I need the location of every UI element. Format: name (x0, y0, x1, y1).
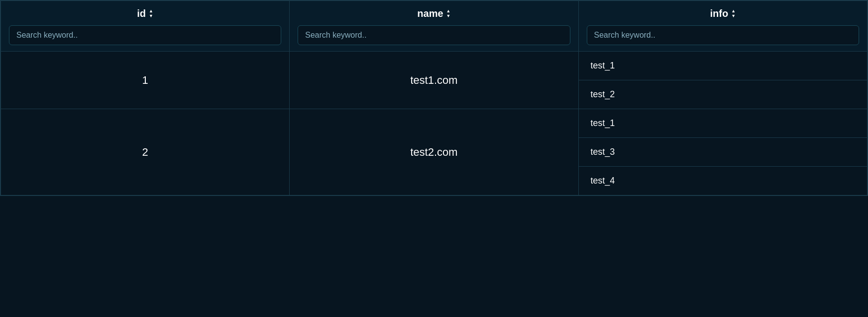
data-table: id name (0, 0, 868, 196)
row-1-info-item-0: test_1 (579, 109, 867, 138)
row-0-info: test_1test_2 (578, 52, 867, 109)
column-header-id[interactable]: id (1, 1, 290, 52)
name-column-label: name (417, 8, 443, 19)
row-1-name: test2.com (290, 109, 578, 195)
name-search-input[interactable] (298, 25, 570, 45)
id-sort-icon[interactable] (149, 9, 153, 18)
info-column-label: info (710, 8, 728, 19)
info-sort-icon[interactable] (731, 9, 736, 18)
row-1-info: test_1test_3test_4 (578, 109, 867, 195)
row-0-name: test1.com (290, 52, 578, 109)
row-1-id: 2 (1, 109, 290, 195)
info-search-input[interactable] (587, 25, 859, 45)
row-1-info-item-1: test_3 (579, 138, 867, 167)
row-1-info-item-2: test_4 (579, 167, 867, 195)
table-row: 1test1.comtest_1test_2 (1, 52, 868, 109)
column-header-info[interactable]: info (578, 1, 867, 52)
column-header-name[interactable]: name (290, 1, 578, 52)
row-0-id: 1 (1, 52, 290, 109)
row-0-info-item-0: test_1 (579, 52, 867, 80)
id-column-label: id (137, 8, 146, 19)
id-search-input[interactable] (9, 25, 281, 45)
name-sort-icon[interactable] (446, 9, 451, 18)
row-0-info-item-1: test_2 (579, 80, 867, 109)
table-row: 2test2.comtest_1test_3test_4 (1, 109, 868, 195)
